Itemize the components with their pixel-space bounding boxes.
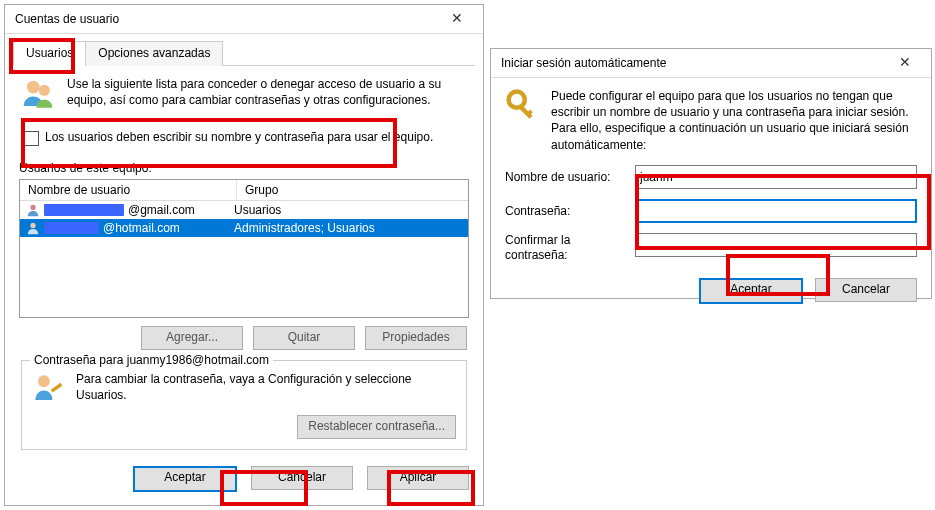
window-title: Iniciar sesión automáticamente [501, 56, 666, 70]
remove-button[interactable]: Quitar [253, 326, 355, 350]
svg-point-1 [39, 85, 50, 96]
username-input[interactable] [635, 165, 917, 189]
reset-password-button[interactable]: Restablecer contraseña... [297, 415, 456, 439]
auto-signin-window: Iniciar sesión automáticamente ✕ Puede c… [490, 48, 932, 299]
tab-bar: Usuarios Opciones avanzadas [13, 40, 475, 66]
add-button[interactable]: Agregar... [141, 326, 243, 350]
svg-point-3 [30, 223, 35, 228]
redacted-username [44, 204, 124, 216]
group-cell: Administradores; Usuarios [226, 221, 468, 235]
titlebar[interactable]: Iniciar sesión automáticamente ✕ [491, 49, 931, 78]
password-text: Para cambiar la contraseña, vaya a Confi… [76, 371, 456, 403]
user-list-label: Usuarios de este equipo: [19, 161, 469, 175]
users-icon [19, 76, 57, 114]
require-login-checkbox-row[interactable]: Los usuarios deben escribir su nombre y … [19, 122, 469, 153]
tab-advanced[interactable]: Opciones avanzadas [85, 41, 223, 66]
confirm-password-label: Confirmar la contraseña: [505, 233, 635, 264]
redacted-username [44, 222, 99, 234]
key-user-icon [32, 371, 66, 405]
svg-rect-5 [51, 383, 63, 393]
svg-point-2 [30, 205, 35, 210]
intro-text: Puede configurar el equipo para que los … [551, 88, 917, 153]
window-title: Cuentas de usuario [15, 12, 119, 26]
list-item[interactable]: @gmail.com Usuarios [20, 201, 468, 219]
intro-text: Use la siguiente lista para conceder o d… [67, 76, 469, 114]
user-icon [26, 221, 40, 235]
password-legend: Contraseña para juanmy1986@hotmail.com [30, 353, 273, 367]
password-label: Contraseña: [505, 204, 635, 218]
user-list-header[interactable]: Nombre de usuario Grupo [20, 180, 468, 201]
cancel-button[interactable]: Cancelar [251, 466, 353, 490]
tab-users[interactable]: Usuarios [13, 41, 86, 66]
user-list[interactable]: Nombre de usuario Grupo @gmail.com Usuar… [19, 179, 469, 318]
close-icon[interactable]: ✕ [885, 53, 925, 73]
col-group[interactable]: Grupo [237, 180, 468, 200]
close-icon[interactable]: ✕ [437, 9, 477, 29]
group-cell: Usuarios [226, 203, 468, 217]
apply-button[interactable]: Aplicar [367, 466, 469, 490]
titlebar[interactable]: Cuentas de usuario ✕ [5, 5, 483, 34]
ok-button[interactable]: Aceptar [699, 278, 803, 304]
col-username[interactable]: Nombre de usuario [20, 180, 237, 200]
username-label: Nombre de usuario: [505, 170, 635, 184]
cancel-button[interactable]: Cancelar [815, 278, 917, 302]
require-login-checkbox[interactable] [24, 131, 39, 146]
username-suffix: @gmail.com [128, 203, 195, 217]
ok-button[interactable]: Aceptar [133, 466, 237, 492]
user-accounts-window: Cuentas de usuario ✕ Usuarios Opciones a… [4, 4, 484, 506]
list-item[interactable]: @hotmail.com Administradores; Usuarios [20, 219, 468, 237]
svg-point-0 [27, 81, 40, 94]
key-icon [505, 88, 541, 124]
properties-button[interactable]: Propiedades [365, 326, 467, 350]
password-input[interactable] [635, 199, 917, 223]
confirm-password-input[interactable] [635, 233, 917, 257]
user-icon [26, 203, 40, 217]
svg-point-4 [38, 375, 50, 387]
username-suffix: @hotmail.com [103, 221, 180, 235]
password-groupbox: Contraseña para juanmy1986@hotmail.com P… [21, 360, 467, 450]
require-login-label: Los usuarios deben escribir su nombre y … [45, 129, 433, 145]
